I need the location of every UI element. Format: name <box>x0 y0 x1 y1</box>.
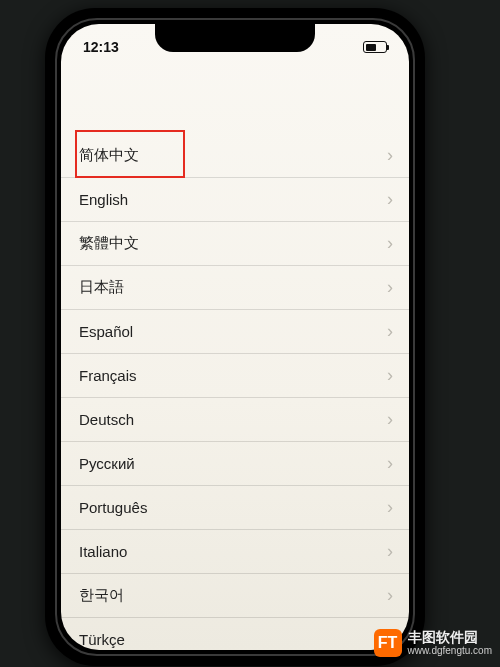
chevron-right-icon: › <box>387 497 393 518</box>
phone-frame: 12:13 简体中文 › English › <box>45 8 425 666</box>
chevron-right-icon: › <box>387 145 393 166</box>
language-row-spanish[interactable]: Español › <box>61 310 409 354</box>
watermark-url: www.dgfengtu.com <box>408 645 493 656</box>
language-label: English <box>79 191 128 208</box>
chevron-right-icon: › <box>387 189 393 210</box>
language-label: Italiano <box>79 543 127 560</box>
language-label: 日本語 <box>79 278 124 297</box>
status-right <box>363 41 387 53</box>
chevron-right-icon: › <box>387 365 393 386</box>
phone-screen: 12:13 简体中文 › English › <box>61 24 409 650</box>
language-list-container: 简体中文 › English › 繁體中文 › 日本語 › <box>61 134 409 650</box>
language-label: Русский <box>79 455 135 472</box>
chevron-right-icon: › <box>387 233 393 254</box>
phone-notch <box>155 24 315 52</box>
chevron-right-icon: › <box>387 453 393 474</box>
language-row-russian[interactable]: Русский › <box>61 442 409 486</box>
language-row-french[interactable]: Français › <box>61 354 409 398</box>
language-label: Português <box>79 499 147 516</box>
status-time: 12:13 <box>83 39 119 55</box>
language-row-traditional-chinese[interactable]: 繁體中文 › <box>61 222 409 266</box>
chevron-right-icon: › <box>387 277 393 298</box>
language-label: 한국어 <box>79 586 124 605</box>
language-label: Español <box>79 323 133 340</box>
watermark-logo-text: FT <box>378 634 398 652</box>
language-label: 繁體中文 <box>79 234 139 253</box>
chevron-right-icon: › <box>387 585 393 606</box>
language-label: 简体中文 <box>79 146 139 165</box>
watermark-logo: FT <box>374 629 402 657</box>
language-label: Deutsch <box>79 411 134 428</box>
watermark: FT 丰图软件园 www.dgfengtu.com <box>374 629 493 657</box>
language-row-portuguese[interactable]: Português › <box>61 486 409 530</box>
phone-bezel: 12:13 简体中文 › English › <box>55 18 415 656</box>
language-list: 简体中文 › English › 繁體中文 › 日本語 › <box>61 134 409 650</box>
battery-level <box>366 44 376 51</box>
language-row-simplified-chinese[interactable]: 简体中文 › <box>61 134 409 178</box>
watermark-text: 丰图软件园 www.dgfengtu.com <box>408 630 493 656</box>
language-row-german[interactable]: Deutsch › <box>61 398 409 442</box>
language-row-italian[interactable]: Italiano › <box>61 530 409 574</box>
language-label: Français <box>79 367 137 384</box>
chevron-right-icon: › <box>387 321 393 342</box>
language-row-korean[interactable]: 한국어 › <box>61 574 409 618</box>
battery-icon <box>363 41 387 53</box>
chevron-right-icon: › <box>387 409 393 430</box>
language-label: Türkçe <box>79 631 125 648</box>
language-row-english[interactable]: English › <box>61 178 409 222</box>
watermark-title: 丰图软件园 <box>408 630 493 645</box>
language-row-turkish[interactable]: Türkçe › <box>61 618 409 650</box>
chevron-right-icon: › <box>387 541 393 562</box>
language-row-japanese[interactable]: 日本語 › <box>61 266 409 310</box>
